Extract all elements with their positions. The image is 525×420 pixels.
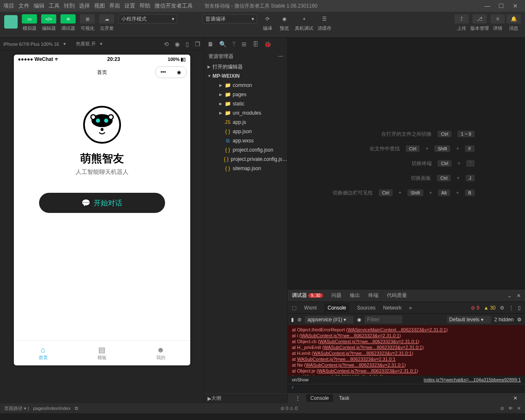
levels-select[interactable]: Default levels ▾ bbox=[447, 316, 491, 323]
close-icon[interactable]: ✕ bbox=[509, 3, 522, 9]
visualize-button[interactable]: ⊞ bbox=[80, 14, 95, 24]
menu-转到[interactable]: 转到 bbox=[64, 3, 75, 9]
cloud-button[interactable]: ☁ bbox=[99, 14, 114, 24]
file-project.private.config.js…[interactable]: { }project.private.config.js… bbox=[204, 155, 287, 164]
console-prompt[interactable]: › bbox=[288, 384, 525, 393]
tab-terminal[interactable]: 终端 bbox=[368, 292, 378, 299]
tab-console[interactable]: Console bbox=[324, 303, 349, 312]
collapse-icon[interactable]: ⌄ bbox=[507, 293, 512, 299]
dock-icon[interactable]: ▯ bbox=[518, 305, 521, 311]
settings-icon[interactable]: ⚙ bbox=[500, 305, 504, 311]
error-count[interactable]: ⊘ 9 bbox=[471, 305, 479, 311]
popout-icon[interactable]: ❐ bbox=[195, 41, 200, 47]
record-icon[interactable]: ◉ bbox=[175, 41, 180, 47]
compile-select[interactable]: 普通编译▾ bbox=[202, 14, 257, 24]
capsule-button[interactable]: •••◉ bbox=[155, 66, 187, 78]
file-sitemap.json[interactable]: { }sitemap.json bbox=[204, 164, 287, 173]
file-project.config.json[interactable]: { }project.config.json bbox=[204, 145, 287, 155]
project-root[interactable]: ▼MP-WEIXIN bbox=[204, 71, 287, 81]
inspect-icon[interactable]: ⬚ bbox=[292, 305, 297, 311]
menu-帮助[interactable]: 帮助 bbox=[139, 3, 150, 9]
file-pages[interactable]: ▶📁pages bbox=[204, 90, 287, 99]
compile-button[interactable]: ⟳ bbox=[261, 14, 274, 24]
menu-设置[interactable]: 设置 bbox=[124, 3, 135, 9]
version-button[interactable]: ⎇ bbox=[472, 14, 487, 24]
detail-button[interactable]: ≡ bbox=[491, 14, 505, 24]
copy-icon[interactable]: ⧉ bbox=[75, 406, 78, 411]
start-chat-button[interactable]: 💬开始对话 bbox=[39, 193, 165, 213]
status-icon3[interactable]: ✕ bbox=[517, 406, 521, 411]
close-drawer-icon[interactable]: ✕ bbox=[509, 394, 522, 402]
editor-button[interactable]: </> bbox=[41, 14, 56, 24]
hot-reload-label[interactable]: 热重载 开 bbox=[76, 41, 96, 47]
more-icon[interactable]: ⋯ bbox=[278, 53, 283, 59]
tab-sources[interactable]: Sources bbox=[357, 305, 375, 311]
problem-counts[interactable]: ⊘ 0 ⚠ 0 bbox=[281, 406, 297, 411]
file-app.json[interactable]: { }app.json bbox=[204, 127, 287, 136]
outline-section[interactable]: ▶ 大纲 bbox=[204, 393, 287, 403]
menu-界面[interactable]: 界面 bbox=[109, 3, 120, 9]
status-icon2[interactable]: 👁 bbox=[508, 406, 513, 411]
route-path[interactable]: pages/index/index bbox=[33, 406, 71, 411]
hidden-count[interactable]: 2 hidden bbox=[494, 317, 514, 323]
menu-文件[interactable]: 文件 bbox=[18, 3, 29, 9]
tab-mine[interactable]: ☻我的 bbox=[131, 341, 190, 365]
gear-icon[interactable]: ⚙ bbox=[517, 317, 522, 323]
menu-选择[interactable]: 选择 bbox=[79, 3, 90, 9]
file-static[interactable]: ▶📁static bbox=[204, 99, 287, 108]
menu-视图[interactable]: 视图 bbox=[94, 3, 105, 9]
tab-problems[interactable]: 问题 bbox=[331, 292, 341, 299]
route-label[interactable]: 页面路径 ▾ | bbox=[4, 405, 29, 412]
upload-button[interactable]: ⤴ bbox=[454, 14, 469, 24]
menu-微信开发者工具[interactable]: 微信开发者工具 bbox=[155, 3, 193, 9]
device-icon[interactable]: ▯ bbox=[186, 41, 189, 47]
log-source-link[interactable]: index.js?t=wechat&s=…104a315bbeea92899:1 bbox=[424, 377, 521, 382]
tab-template[interactable]: ▤模板 bbox=[73, 341, 131, 365]
file-app.js[interactable]: JSapp.js bbox=[204, 118, 287, 127]
tab-home[interactable]: ⌂首页 bbox=[14, 341, 73, 365]
simulator-button[interactable]: ▭ bbox=[22, 14, 37, 24]
context-select[interactable]: appservice (#1) ▾ bbox=[305, 316, 354, 323]
tab-network[interactable]: Network bbox=[383, 305, 402, 311]
eye-icon[interactable]: ◉ bbox=[357, 317, 361, 323]
status-icon1[interactable]: ⊘ bbox=[500, 406, 504, 411]
clear-cache-button[interactable]: ☰ bbox=[318, 14, 331, 24]
menu-工具[interactable]: 工具 bbox=[49, 3, 60, 9]
clear-console-icon[interactable]: ⊘ bbox=[297, 317, 302, 323]
warn-count[interactable]: ▲ 30 bbox=[483, 305, 496, 311]
mode-select[interactable]: 小程序模式▾ bbox=[118, 14, 177, 24]
open-editors[interactable]: ▶打开的编辑器 bbox=[204, 62, 287, 71]
tab-quality[interactable]: 代码质量 bbox=[387, 292, 407, 299]
avatar[interactable] bbox=[4, 15, 18, 29]
db-icon[interactable]: 🗄 bbox=[252, 41, 258, 47]
refresh-icon[interactable]: ⟲ bbox=[164, 41, 169, 47]
device-info[interactable]: iPhone 6/7/8 Plus 100% 16 bbox=[3, 42, 59, 47]
tab-debugger[interactable]: 调试器 9, 30 bbox=[292, 292, 323, 299]
ext-icon[interactable]: ⊞ bbox=[242, 41, 247, 47]
kebab-icon[interactable]: ⋮ bbox=[509, 305, 514, 311]
files-icon[interactable]: 🗎 bbox=[207, 41, 213, 47]
sidebar-toggle-icon[interactable]: ▮ bbox=[291, 317, 294, 323]
tab-wxml[interactable]: Wxml bbox=[304, 305, 317, 311]
minimize-icon[interactable]: — bbox=[481, 3, 494, 9]
git-icon[interactable]: ᛘ bbox=[232, 41, 236, 47]
filter-input[interactable] bbox=[365, 315, 402, 323]
file-app.wxss[interactable]: ⧉app.wxss bbox=[204, 136, 287, 145]
bug-icon[interactable]: 🐞 bbox=[264, 41, 271, 47]
tab-task[interactable]: Task bbox=[335, 394, 354, 402]
preview-button[interactable]: ◉ bbox=[278, 14, 291, 24]
menu-编辑[interactable]: 编辑 bbox=[34, 3, 45, 9]
menu-icon[interactable]: ⋮ bbox=[291, 394, 304, 402]
file-common[interactable]: ▶📁common bbox=[204, 81, 287, 90]
more-tabs-icon[interactable]: » bbox=[409, 305, 412, 311]
file-uni_modules[interactable]: ▶📁uni_modules bbox=[204, 108, 287, 118]
maximize-icon[interactable]: ☐ bbox=[495, 3, 508, 9]
real-debug-button[interactable]: ⌖ bbox=[298, 14, 310, 24]
message-button[interactable]: 🔔 bbox=[507, 14, 521, 24]
debugger-button[interactable]: ≋ bbox=[60, 14, 76, 24]
search-icon[interactable]: 🔍 bbox=[219, 41, 226, 47]
menu-项目[interactable]: 项目 bbox=[3, 3, 14, 9]
close-panel-icon[interactable]: ✕ bbox=[517, 293, 521, 299]
tab-console-bottom[interactable]: Console bbox=[306, 394, 333, 402]
tab-output[interactable]: 输出 bbox=[350, 292, 360, 299]
